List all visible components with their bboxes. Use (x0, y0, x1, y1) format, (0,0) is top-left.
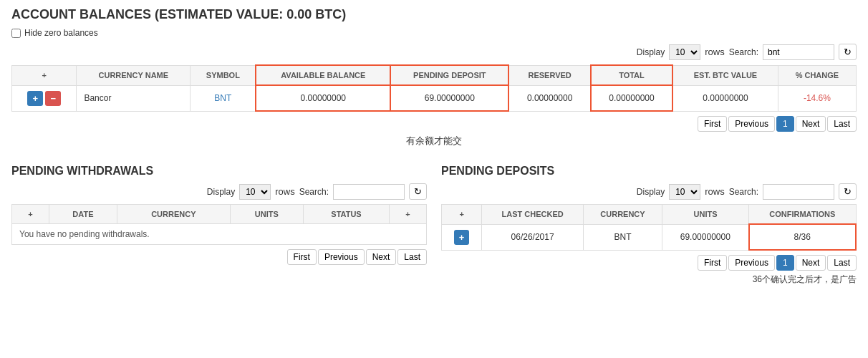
account-row-actions: + − (12, 85, 77, 111)
dep-col-plus: + (442, 205, 482, 225)
col-pending-deposit: PENDING DEPOSIT (390, 65, 508, 85)
hide-zero-container: Hide zero balances (11, 28, 857, 38)
account-table: + CURRENCY NAME SYMBOL AVAILABLE BALANCE… (11, 64, 857, 112)
dep-first-button[interactable]: First (698, 255, 727, 271)
account-search-input[interactable] (763, 44, 834, 60)
col-total: TOTAL (591, 65, 672, 85)
wd-last-button[interactable]: Last (397, 249, 427, 265)
account-toolbar: Display 10 25 50 rows Search: ↻ (11, 44, 857, 60)
dep-display-label: Display (637, 187, 665, 197)
withdrawals-empty-row: You have no pending withdrawals. (12, 224, 427, 245)
dep-search-input[interactable] (763, 184, 834, 200)
display-label: Display (637, 47, 665, 57)
account-currency-name: Bancor (77, 85, 191, 111)
wd-col-units: UNITS (230, 205, 303, 224)
account-last-button[interactable]: Last (827, 116, 857, 132)
withdrawals-empty-message: You have no pending withdrawals. (12, 224, 427, 245)
account-refresh-button[interactable]: ↻ (839, 44, 857, 60)
wd-next-button[interactable]: Next (366, 249, 397, 265)
account-plus-button[interactable]: + (27, 91, 43, 106)
dep-display-select[interactable]: 10 25 50 (669, 184, 700, 200)
wd-display-select[interactable]: 10 25 50 (239, 184, 271, 200)
account-title: ACCOUNT BALANCES (ESTIMATED VALUE: 0.00 … (11, 7, 857, 22)
account-first-button[interactable]: First (698, 116, 727, 132)
dep-previous-button[interactable]: Previous (728, 255, 775, 271)
dep-col-last-checked: LAST CHECKED (482, 205, 584, 225)
dep-row-action: + (442, 224, 482, 250)
account-annotation: 有余额才能交 (11, 132, 857, 153)
deposits-pagination: First Previous 1 Next Last (441, 255, 857, 271)
account-pagination: First Previous 1 Next Last (11, 116, 857, 132)
dep-col-units: UNITS (662, 205, 749, 225)
col-pct-change: % CHANGE (778, 65, 856, 85)
dep-rows-label: rows (705, 186, 724, 197)
wd-search-label: Search: (299, 187, 329, 197)
account-symbol-link[interactable]: BNT (214, 93, 231, 103)
dep-units: 69.00000000 (662, 224, 749, 250)
wd-search-input[interactable] (333, 184, 405, 200)
dep-last-checked: 06/26/2017 (482, 224, 584, 250)
deposits-toolbar: Display 10 25 50 rows Search: ↻ (441, 183, 857, 200)
withdrawals-table: + DATE CURRENCY UNITS STATUS + You have … (11, 204, 427, 245)
wd-col-status: STATUS (303, 205, 389, 224)
rows-label: rows (705, 47, 724, 57)
dep-currency: BNT (583, 224, 662, 250)
account-page-1-button[interactable]: 1 (776, 116, 794, 132)
withdrawals-pagination: First Previous Next Last (11, 249, 427, 265)
dep-refresh-button[interactable]: ↻ (839, 183, 857, 200)
deposits-title: PENDING DEPOSITS (441, 165, 857, 178)
account-minus-button[interactable]: − (45, 91, 61, 106)
wd-first-button[interactable]: First (287, 249, 317, 265)
account-est-btc: 0.00000000 (672, 85, 778, 111)
account-symbol: BNT (191, 85, 256, 111)
withdrawals-title: PENDING WITHDRAWALS (11, 165, 427, 178)
search-label: Search: (729, 47, 758, 57)
withdrawals-toolbar: Display 10 25 50 rows Search: ↻ (11, 183, 427, 200)
account-available-balance: 0.00000000 (256, 85, 390, 111)
wd-col-plus2: + (390, 205, 427, 224)
wd-display-label: Display (207, 187, 235, 197)
wd-refresh-button[interactable]: ↻ (409, 183, 427, 200)
dep-next-button[interactable]: Next (796, 255, 826, 271)
col-reserved: RESERVED (508, 65, 590, 85)
account-previous-button[interactable]: Previous (728, 116, 775, 132)
dep-search-label: Search: (729, 187, 758, 197)
col-plus: + (12, 65, 77, 85)
bottom-sections: PENDING WITHDRAWALS Display 10 25 50 row… (11, 165, 857, 286)
account-next-button[interactable]: Next (796, 116, 826, 132)
hide-zero-label: Hide zero balances (24, 28, 98, 38)
col-est-btc: EST. BTC VALUE (672, 65, 778, 85)
account-total: 0.00000000 (591, 85, 672, 111)
account-reserved: 0.00000000 (508, 85, 590, 111)
col-symbol: SYMBOL (191, 65, 256, 85)
account-pct-change: -14.6% (778, 85, 856, 111)
dep-plus-button[interactable]: + (454, 230, 470, 245)
deposits-table: + LAST CHECKED CURRENCY UNITS CONFIRMATI… (441, 204, 857, 251)
dep-col-confirmations: CONFIRMATIONS (749, 205, 856, 225)
wd-previous-button[interactable]: Previous (318, 249, 365, 265)
pending-deposits-section: PENDING DEPOSITS Display 10 25 50 rows S… (441, 165, 857, 286)
dep-col-currency: CURRENCY (583, 205, 662, 225)
wd-col-currency: CURRENCY (117, 205, 230, 224)
account-row: + − Bancor BNT 0.00000000 69.00000000 0.… (12, 85, 857, 111)
dep-page-1-button[interactable]: 1 (776, 255, 794, 271)
dep-confirmations: 8/36 (749, 224, 856, 250)
account-pending-deposit: 69.00000000 (390, 85, 508, 111)
col-currency-name: CURRENCY NAME (77, 65, 191, 85)
display-select[interactable]: 10 25 50 (669, 44, 700, 60)
deposits-annotation: 36个确认完之后才，是广告 (441, 271, 857, 286)
wd-col-date: DATE (49, 205, 117, 224)
wd-col-plus: + (12, 205, 49, 224)
dep-last-button[interactable]: Last (827, 255, 857, 271)
col-available-balance: AVAILABLE BALANCE (256, 65, 390, 85)
pending-withdrawals-section: PENDING WITHDRAWALS Display 10 25 50 row… (11, 165, 427, 286)
wd-rows-label: rows (275, 186, 294, 197)
hide-zero-checkbox[interactable] (11, 29, 21, 38)
deposit-row: + 06/26/2017 BNT 69.00000000 8/36 (442, 224, 857, 250)
